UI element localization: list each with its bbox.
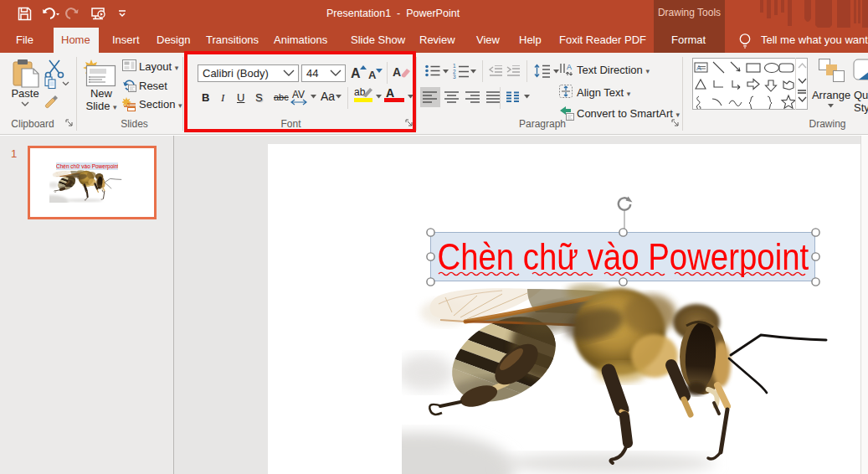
svg-text:3: 3 (453, 74, 456, 79)
svg-text:A: A (696, 64, 701, 72)
svg-text:A: A (567, 63, 572, 71)
